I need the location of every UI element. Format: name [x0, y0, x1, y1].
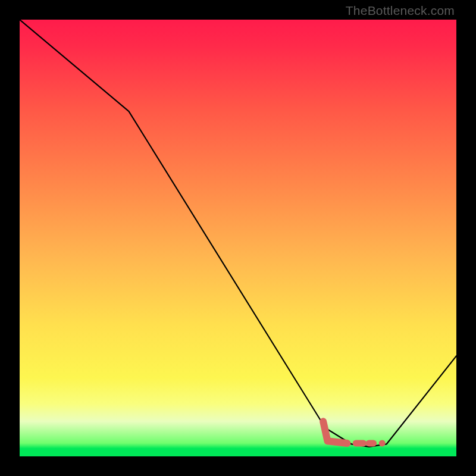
plot-area [20, 20, 456, 456]
valley-markers [323, 421, 386, 446]
attribution-text: TheBottleneck.com [346, 4, 455, 18]
valley-marker-line [323, 421, 347, 443]
chart-overlay [20, 20, 456, 456]
bottleneck-curve [20, 20, 456, 447]
chart-frame: TheBottleneck.com [0, 0, 476, 476]
valley-marker-dot [379, 440, 386, 446]
